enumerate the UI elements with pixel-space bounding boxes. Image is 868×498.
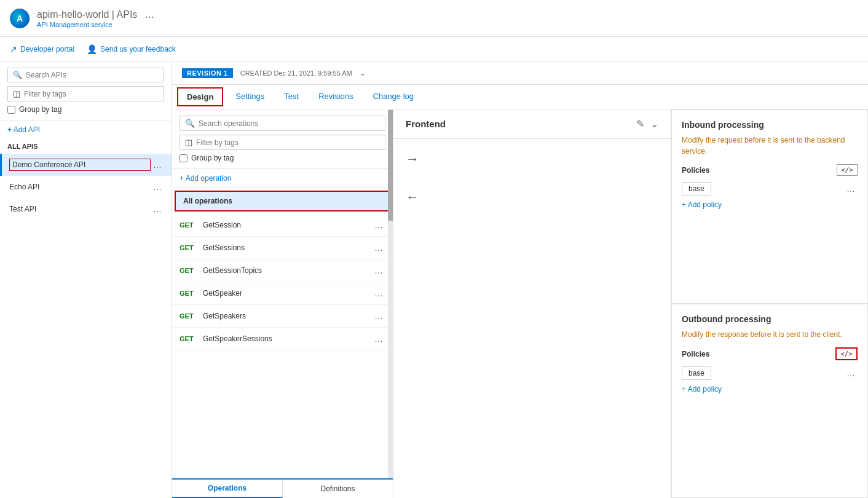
- op-method: GET: [180, 267, 198, 274]
- external-link-icon: ↗: [10, 44, 17, 54]
- op-ellipsis[interactable]: …: [372, 219, 385, 231]
- filter-icon: ◫: [13, 89, 20, 98]
- api-item-ellipsis[interactable]: …: [151, 203, 164, 215]
- op-item-getspeakers[interactable]: GET GetSpeakers …: [172, 305, 393, 328]
- outbound-base-tag-row: base …: [682, 366, 858, 380]
- filter-by-tags-input[interactable]: [24, 90, 159, 98]
- api-list: Demo Conference API … Echo API … Test AP…: [0, 154, 172, 498]
- outbound-title: Outbound processing: [682, 314, 858, 324]
- op-item-getsession[interactable]: GET GetSession …: [172, 214, 393, 237]
- group-by-tag-row: Group by tag: [7, 105, 164, 114]
- arrow-right-icon: →: [406, 151, 419, 167]
- tab-settings[interactable]: Settings: [226, 85, 274, 108]
- ops-bottom-tab-definitions[interactable]: Definitions: [283, 480, 393, 498]
- inbound-base-tag[interactable]: base: [682, 182, 711, 196]
- outbound-arrow-row: ←: [393, 180, 671, 215]
- op-method: GET: [180, 244, 198, 251]
- tab-changelog[interactable]: Change log: [363, 85, 424, 108]
- inbound-title: Inbound processing: [682, 120, 858, 130]
- title-separator: |: [112, 9, 117, 20]
- tab-test[interactable]: Test: [274, 85, 309, 108]
- tab-revisions[interactable]: Revisions: [309, 85, 363, 108]
- op-item-getsessiontopics[interactable]: GET GetSessionTopics …: [172, 259, 393, 282]
- ops-bottom-tab-operations[interactable]: Operations: [172, 480, 283, 498]
- feedback-link[interactable]: 👤 Send us your feedback: [87, 44, 176, 54]
- outbound-policies-label: Policies: [682, 350, 709, 358]
- app-name: apim-hello-world: [37, 9, 109, 20]
- search-operations-input[interactable]: [199, 119, 380, 128]
- op-ellipsis[interactable]: …: [372, 310, 385, 322]
- sidebar-search-area: 🔍 ◫ Group by tag: [0, 61, 172, 121]
- api-item-test[interactable]: Test API …: [0, 198, 172, 220]
- ops-group-by-tag-checkbox[interactable]: [180, 154, 187, 162]
- op-name: GetSpeaker: [203, 289, 372, 298]
- op-ellipsis[interactable]: …: [372, 264, 385, 277]
- left-sidebar: 🔍 ◫ Group by tag + Add API All APIs Demo…: [0, 61, 172, 498]
- group-by-tag-label: Group by tag: [19, 105, 61, 114]
- api-item-demo-conference[interactable]: Demo Conference API …: [0, 154, 172, 176]
- api-item-name: Echo API: [9, 183, 151, 191]
- edit-icon[interactable]: ✎: [636, 118, 644, 130]
- op-name: GetSpeakerSessions: [203, 334, 372, 343]
- center-panel: REVISION 1 CREATED Dec 21, 2021, 9:59:55…: [172, 61, 868, 498]
- app-subtitle: API Management service: [37, 21, 154, 28]
- feedback-label: Send us your feedback: [100, 45, 176, 53]
- ops-filter-icon: ◫: [185, 138, 192, 147]
- inbound-description: Modify the request before it is sent to …: [682, 135, 858, 157]
- all-operations-item[interactable]: All operations: [175, 191, 390, 211]
- inbound-code-button[interactable]: </>: [837, 164, 858, 176]
- developer-portal-link[interactable]: ↗ Developer portal: [10, 44, 74, 54]
- op-item-getspeaker[interactable]: GET GetSpeaker …: [172, 282, 393, 305]
- op-ellipsis[interactable]: …: [372, 287, 385, 299]
- ops-search-wrap: 🔍: [180, 116, 385, 131]
- outbound-base-tag[interactable]: base: [682, 366, 711, 380]
- all-apis-label: All APIs: [0, 139, 172, 154]
- op-item-getspeakersessions[interactable]: GET GetSpeakerSessions …: [172, 328, 393, 350]
- arrow-left-icon: ←: [406, 189, 419, 205]
- op-method: GET: [180, 312, 198, 320]
- inbound-base-ellipsis[interactable]: …: [844, 183, 858, 195]
- frontend-title: Frontend: [406, 119, 446, 129]
- title-ellipsis[interactable]: ...: [145, 8, 154, 20]
- feedback-icon: 👤: [87, 44, 97, 54]
- op-name: GetSession: [203, 221, 372, 229]
- outbound-description: Modify the response before it is sent to…: [682, 329, 858, 340]
- api-item-ellipsis[interactable]: …: [151, 159, 164, 171]
- api-item-echo[interactable]: Echo API …: [0, 176, 172, 198]
- app-title: apim-hello-world | APIs ...: [37, 8, 154, 21]
- revision-chevron-icon[interactable]: ⌄: [360, 69, 366, 77]
- api-item-name: Demo Conference API: [9, 159, 151, 171]
- group-by-tag-checkbox[interactable]: [7, 106, 15, 114]
- op-name: GetSessions: [203, 243, 372, 252]
- add-api-button[interactable]: + Add API: [0, 121, 172, 139]
- api-item-name: Test API: [9, 205, 151, 213]
- outbound-base-ellipsis[interactable]: …: [844, 367, 858, 379]
- inbound-policies-label: Policies: [682, 166, 709, 175]
- tab-design[interactable]: Design: [177, 87, 223, 106]
- op-item-getsessions[interactable]: GET GetSessions …: [172, 237, 393, 259]
- op-name: GetSpeakers: [203, 312, 372, 320]
- filter-by-tags-wrap: ◫: [7, 86, 164, 101]
- inbound-add-policy-link[interactable]: + Add policy: [682, 200, 858, 209]
- add-operation-button[interactable]: + Add operation: [172, 169, 393, 188]
- chevron-down-icon[interactable]: ⌄: [650, 118, 658, 130]
- op-name: GetSessionTopics: [203, 266, 372, 275]
- revision-meta: CREATED Dec 21, 2021, 9:59:55 AM: [240, 69, 352, 77]
- api-item-ellipsis[interactable]: …: [151, 181, 164, 193]
- tabs-bar: Design Settings Test Revisions Change lo…: [172, 85, 868, 109]
- outbound-add-policy-link[interactable]: + Add policy: [682, 385, 858, 393]
- ops-search-area: 🔍 ◫ Group by tag: [172, 109, 393, 169]
- search-apis-input[interactable]: [26, 71, 159, 79]
- ops-filter-input[interactable]: [196, 138, 380, 147]
- op-ellipsis[interactable]: …: [372, 242, 385, 254]
- scrollbar[interactable]: [388, 109, 393, 478]
- op-ellipsis[interactable]: …: [372, 333, 385, 345]
- add-api-label: + Add API: [7, 125, 40, 134]
- frontend-icons: ✎ ⌄: [636, 118, 658, 130]
- inbound-processing-card: Inbound processing Modify the request be…: [671, 109, 868, 304]
- sidebar-search-wrap: 🔍: [7, 68, 164, 82]
- operations-panel: 🔍 ◫ Group by tag + Add operation: [172, 109, 393, 498]
- outbound-code-button[interactable]: </>: [835, 347, 858, 360]
- op-method: GET: [180, 221, 198, 229]
- developer-portal-label: Developer portal: [20, 45, 74, 53]
